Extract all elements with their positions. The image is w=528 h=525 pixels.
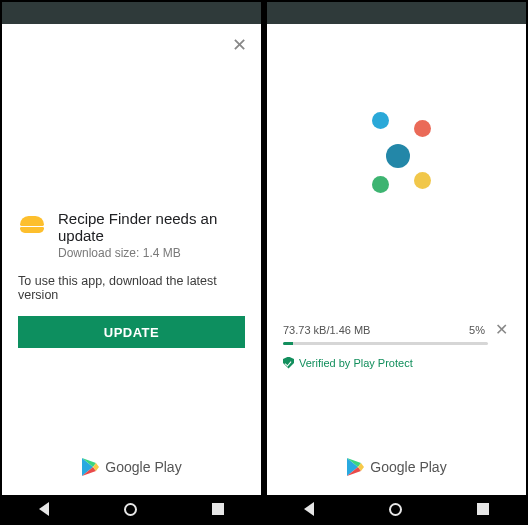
- device-right-download-progress: 73.73 kB/1.46 MB 5% ✕ Verified by Play P…: [265, 0, 528, 525]
- update-prompt-block: Recipe Finder needs an update Download s…: [18, 210, 245, 348]
- update-description: To use this app, download the latest ver…: [18, 274, 245, 302]
- shield-check-icon: [283, 357, 294, 369]
- nav-home-icon[interactable]: [124, 503, 137, 516]
- loading-spinner-icon: [342, 100, 452, 210]
- cancel-download-icon[interactable]: ✕: [493, 320, 510, 339]
- brand-label: Google Play: [370, 459, 446, 475]
- status-bar: [2, 2, 261, 24]
- status-bar: [267, 2, 526, 24]
- verified-label: Verified by Play Protect: [299, 357, 413, 369]
- screen-content: ✕ Recipe Finder needs an update Download…: [2, 24, 261, 495]
- update-button[interactable]: UPDATE: [18, 316, 245, 348]
- nav-back-icon[interactable]: [39, 502, 49, 516]
- verified-row: Verified by Play Protect: [283, 357, 510, 369]
- screen-content: 73.73 kB/1.46 MB 5% ✕ Verified by Play P…: [267, 24, 526, 495]
- progress-row: 73.73 kB/1.46 MB 5% ✕: [283, 320, 510, 339]
- header-row: Recipe Finder needs an update Download s…: [18, 210, 245, 260]
- progress-bar-track: [283, 342, 488, 345]
- android-nav-bar: [2, 495, 261, 523]
- google-play-icon: [81, 457, 99, 477]
- brand-footer: Google Play: [18, 457, 245, 477]
- close-icon[interactable]: ✕: [232, 34, 247, 56]
- brand-footer: Google Play: [283, 457, 510, 477]
- progress-bytes-label: 73.73 kB/1.46 MB: [283, 324, 461, 336]
- brand-label: Google Play: [105, 459, 181, 475]
- progress-bar-fill: [283, 342, 293, 345]
- android-nav-bar: [267, 495, 526, 523]
- app-icon-recipe-finder: [18, 210, 46, 238]
- nav-recent-icon[interactable]: [477, 503, 489, 515]
- title-group: Recipe Finder needs an update Download s…: [58, 210, 245, 260]
- download-progress-block: 73.73 kB/1.46 MB 5% ✕ Verified by Play P…: [283, 320, 510, 369]
- update-title: Recipe Finder needs an update: [58, 210, 245, 244]
- loading-spinner-area: [283, 40, 510, 270]
- burger-icon: [20, 216, 44, 233]
- nav-recent-icon[interactable]: [212, 503, 224, 515]
- progress-percent-label: 5%: [469, 324, 485, 336]
- device-left-update-prompt: ✕ Recipe Finder needs an update Download…: [0, 0, 263, 525]
- nav-home-icon[interactable]: [389, 503, 402, 516]
- download-size: Download size: 1.4 MB: [58, 246, 245, 260]
- nav-back-icon[interactable]: [304, 502, 314, 516]
- google-play-icon: [346, 457, 364, 477]
